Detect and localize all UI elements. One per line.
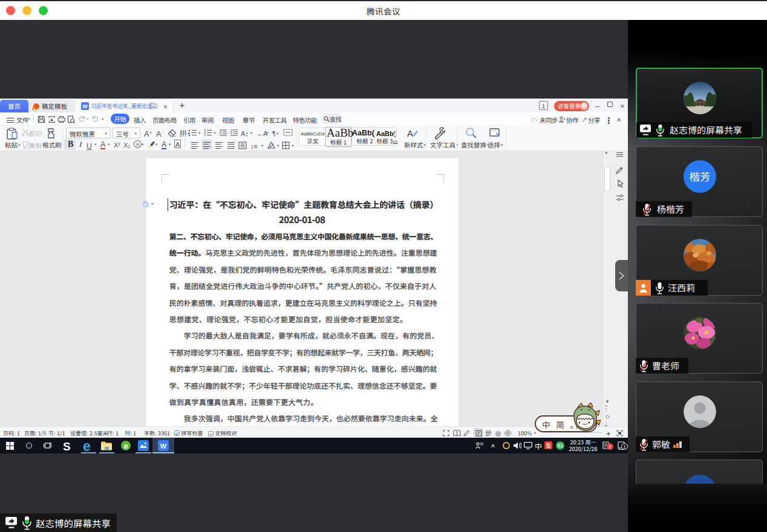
- svg-text:A: A: [407, 128, 413, 138]
- svg-text:R: R: [480, 442, 483, 446]
